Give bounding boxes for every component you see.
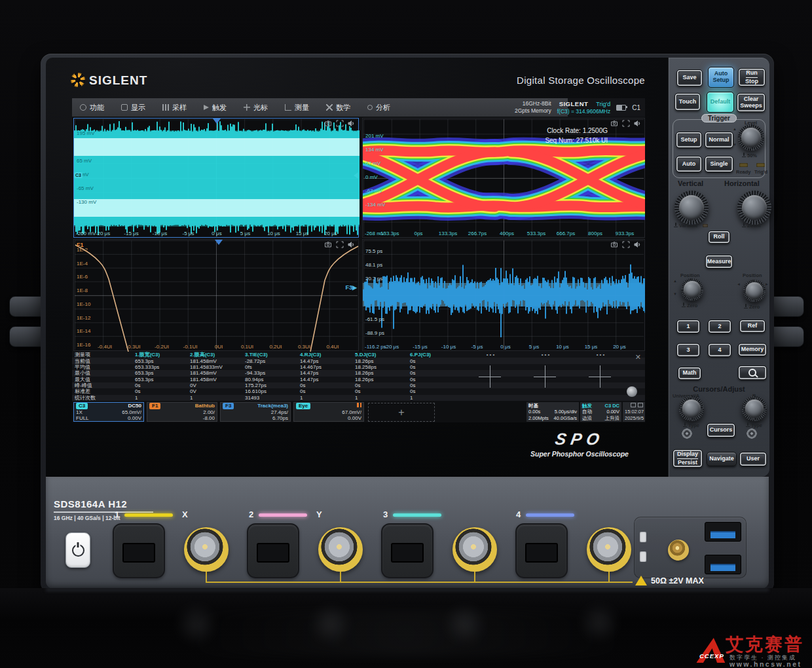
- display-persist-button[interactable]: DisplayPersist: [673, 449, 703, 468]
- camera-icon[interactable]: [324, 120, 332, 127]
- table-cell: 0s: [132, 388, 187, 394]
- table-cell: 0s: [407, 377, 462, 382]
- watermark-url: www.hncsw.net: [729, 660, 802, 668]
- trigger-box[interactable]: 触发C3 DC 自动0.00V 边沿上升沿: [580, 402, 621, 422]
- table-column-header[interactable]: 2.眼高(C3): [187, 352, 242, 358]
- y-tick-label: 0 mV: [365, 174, 378, 180]
- expand-icon[interactable]: [622, 120, 630, 127]
- channel3-marker[interactable]: C3: [74, 172, 83, 178]
- table-row-header: 统计次数: [72, 395, 132, 401]
- search-zoom-button[interactable]: [738, 365, 767, 380]
- save-button[interactable]: Save: [676, 69, 703, 86]
- menu-item-6[interactable]: 测量: [285, 103, 309, 113]
- table-column-header[interactable]: 6.PJ(C3): [407, 352, 462, 358]
- camera-icon[interactable]: [324, 241, 332, 248]
- table-cell: 31493: [242, 395, 297, 401]
- vertical-position-knob[interactable]: [681, 278, 703, 301]
- horizontal-position-knob[interactable]: [743, 280, 766, 302]
- menu-item-3[interactable]: 采样: [162, 103, 187, 113]
- eye-diagram-panel[interactable]: Clock Rate: 1.2500G Seq Num: 27.510k UI …: [362, 118, 645, 238]
- table-tool-button[interactable]: [627, 386, 637, 397]
- universal-a-knob[interactable]: [679, 396, 704, 421]
- navigate-button[interactable]: Navigate: [707, 452, 737, 466]
- menu-item-2[interactable]: 显示: [121, 103, 145, 113]
- channel3-button[interactable]: 3: [676, 343, 700, 357]
- trigger-position-marker[interactable]: [215, 240, 223, 245]
- table-column-header[interactable]: 4.RJ(C3): [297, 352, 352, 358]
- table-column-header[interactable]: 5.DJ(C3): [352, 352, 407, 358]
- tie-track-panel[interactable]: 75.5 ps48.1 ps20.7 ps-61.5 ps-88.9 ps-20…: [362, 239, 645, 351]
- power-button[interactable]: [65, 532, 90, 568]
- menu-item-4[interactable]: 触发: [204, 103, 227, 113]
- trigger-setup-button[interactable]: Setup: [676, 132, 702, 148]
- expand-icon[interactable]: [622, 241, 630, 248]
- memory-button[interactable]: Memory: [738, 343, 767, 356]
- trigger-normal-button[interactable]: Normal: [705, 132, 733, 148]
- corner-tick-label: -268 mV: [365, 231, 384, 236]
- sound-icon[interactable]: [348, 241, 356, 248]
- clear-sweeps-button[interactable]: ClearSweeps: [737, 93, 766, 112]
- descriptor-row: 2.00/: [147, 409, 217, 416]
- waveform-panel[interactable]: 195 mV65 mV0 mV-65 mV-130 mV-20 μs-15 μs…: [73, 118, 359, 238]
- cursors-button[interactable]: Cursors: [707, 423, 735, 437]
- trace-descriptor-c3[interactable]: C3DC501X65.0mV/FULL0.00V: [73, 402, 144, 422]
- f1-trace-marker[interactable]: F1: [77, 242, 84, 248]
- trace-descriptor-eye[interactable]: Eye67.0mV/0.00V: [293, 402, 364, 422]
- camera-icon[interactable]: [610, 241, 618, 248]
- trigger-level-marker[interactable]: [354, 172, 358, 179]
- add-measurement-button[interactable]: [589, 365, 611, 388]
- channel1-button[interactable]: 1: [676, 320, 700, 333]
- b-knob[interactable]: [742, 396, 767, 421]
- channel-indicator[interactable]: C1: [632, 104, 640, 111]
- y-tick-label: 1E-10: [77, 301, 90, 307]
- bathtub-panel[interactable]: 1E-21E-41E-61E-81E-101E-121E-141E-16-0.4…: [73, 239, 359, 351]
- bathtub-curve: [74, 240, 360, 352]
- expand-icon[interactable]: [336, 241, 344, 248]
- ref-button[interactable]: Ref: [739, 320, 766, 333]
- table-column-header[interactable]: 1.眼宽(C3): [132, 352, 187, 358]
- vertical-zero-label: Zero: [682, 303, 697, 308]
- channel2-button[interactable]: 2: [708, 320, 731, 333]
- math-button[interactable]: Math: [678, 367, 701, 380]
- vertical-scale-knob[interactable]: [674, 191, 709, 225]
- roll-button[interactable]: Roll: [708, 231, 730, 244]
- horizontal-scale-knob[interactable]: [737, 191, 771, 225]
- pause-icon: [357, 403, 361, 407]
- sound-icon[interactable]: [348, 120, 356, 127]
- trigger-level-knob[interactable]: [738, 124, 764, 151]
- sound-icon[interactable]: [634, 241, 642, 248]
- auto-setup-button[interactable]: AutoSetup: [708, 67, 734, 88]
- clock-box[interactable]: 15:02:07 2025/9/5: [623, 402, 645, 422]
- menu-item-5[interactable]: 光标: [244, 103, 268, 113]
- trace-descriptor-f3[interactable]: F3Track(mea3)27.4ps/6.70ps: [220, 402, 291, 422]
- add-measurement-button[interactable]: [479, 365, 501, 388]
- touch-button[interactable]: Touch: [674, 93, 701, 111]
- menu-item-1[interactable]: 功能: [80, 103, 104, 113]
- trigger-position-marker[interactable]: [213, 119, 221, 124]
- sound-icon[interactable]: [634, 120, 642, 127]
- measure-button[interactable]: Measure: [705, 255, 733, 269]
- descriptor-value: -8.00: [203, 415, 215, 422]
- menu-item-8[interactable]: 分析: [367, 103, 390, 113]
- f3-trace-marker[interactable]: F3▶: [346, 284, 357, 291]
- timebase-box[interactable]: 时基 0.00s5.00μs/div 2.00Mpts40.0GSa/s: [526, 402, 579, 422]
- user-button[interactable]: User: [739, 452, 767, 466]
- add-measurement-button[interactable]: [534, 365, 556, 388]
- trace-descriptor-f1[interactable]: F1Bathtub2.00/-8.00: [147, 402, 217, 422]
- trigger-auto-button[interactable]: Auto: [676, 156, 702, 172]
- channel4-button[interactable]: 4: [708, 343, 731, 357]
- expand-icon[interactable]: [336, 120, 344, 127]
- menu-item-7[interactable]: 数学: [326, 103, 350, 113]
- run-stop-button[interactable]: RunStop: [738, 68, 766, 86]
- table-spacer: [627, 370, 645, 376]
- table-column-header: •••: [517, 352, 572, 358]
- trigger-single-button[interactable]: Single: [705, 156, 733, 172]
- add-trace-button[interactable]: +: [368, 403, 435, 422]
- default-button[interactable]: Default: [707, 92, 734, 113]
- table-column-header[interactable]: 3.TIE(C3): [242, 352, 297, 358]
- measurement-table: 测量项1.眼宽(C3)2.眼高(C3)3.TIE(C3)4.RJ(C3)5.DJ…: [72, 352, 645, 401]
- camera-icon[interactable]: [610, 120, 618, 127]
- vertical-section-label: Vertical: [678, 179, 703, 187]
- table-close-button[interactable]: ✕: [635, 353, 641, 362]
- horizontal-section-label: Horizontal: [724, 179, 760, 187]
